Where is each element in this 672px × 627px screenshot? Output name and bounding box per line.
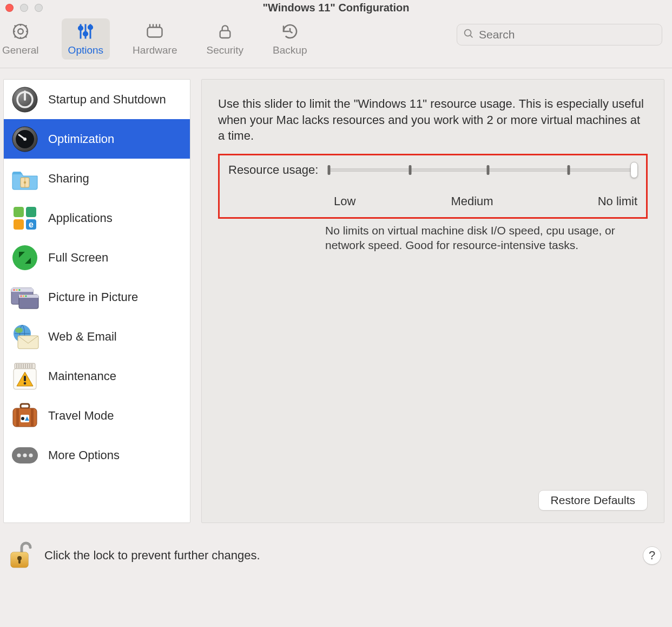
content-area: Startup and Shutdown Optimization	[0, 68, 672, 523]
svg-point-61	[21, 417, 24, 420]
web-email-icon	[10, 322, 39, 351]
svg-point-55	[24, 382, 27, 384]
more-icon	[10, 441, 39, 470]
svg-rect-69	[18, 559, 21, 564]
sidebar-item-optimization[interactable]: Optimization	[4, 119, 190, 159]
svg-point-35	[18, 289, 20, 290]
svg-rect-13	[220, 31, 230, 38]
apps-icon: e	[10, 204, 39, 233]
sidebar-item-travel-mode[interactable]: Travel Mode	[4, 396, 190, 435]
sidebar-item-label: More Options	[48, 448, 120, 462]
svg-rect-58	[16, 408, 19, 427]
close-window-button[interactable]	[5, 4, 14, 12]
svg-rect-25	[14, 207, 24, 217]
tab-label: Options	[68, 44, 103, 56]
slider-tick-labels: Low Medium No limit	[228, 194, 637, 208]
svg-point-63	[17, 453, 21, 457]
svg-line-15	[470, 35, 472, 37]
time-machine-icon	[278, 21, 302, 42]
sidebar-item-full-screen[interactable]: Full Screen	[4, 238, 190, 277]
sidebar-item-picture-in-picture[interactable]: Picture in Picture	[4, 277, 190, 317]
power-icon	[10, 85, 39, 114]
sidebar-item-label: Full Screen	[48, 251, 108, 265]
sidebar-item-label: Web & Email	[48, 330, 117, 344]
sidebar-item-applications[interactable]: e Applications	[4, 198, 190, 238]
sidebar-item-more-options[interactable]: More Options	[4, 435, 190, 475]
sidebar-item-sharing[interactable]: Sharing	[4, 159, 190, 198]
svg-rect-27	[14, 219, 24, 230]
search-box[interactable]	[457, 24, 662, 45]
unlock-icon[interactable]	[8, 539, 35, 572]
fullscreen-icon	[10, 243, 39, 272]
lock-icon	[213, 21, 237, 42]
sidebar-item-maintenance[interactable]: Maintenance	[4, 356, 190, 396]
sidebar-item-label: Startup and Shutdown	[48, 93, 166, 107]
sidebar-item-label: Travel Mode	[48, 409, 114, 423]
highlighted-region: Resource usage: Low Medium No limit	[218, 154, 648, 219]
svg-point-7	[89, 25, 93, 29]
svg-point-0	[18, 29, 23, 34]
svg-point-38	[21, 295, 22, 297]
svg-point-64	[23, 453, 27, 457]
sidebar-item-label: Applications	[48, 211, 113, 225]
tab-security[interactable]: Security	[200, 18, 250, 60]
svg-rect-8	[148, 28, 162, 37]
toolbar: General Options Hardware	[0, 15, 672, 68]
slider-description: No limits on virtual machine disk I/O sp…	[218, 223, 648, 253]
tab-hardware[interactable]: Hardware	[126, 18, 183, 60]
tab-backup[interactable]: Backup	[266, 18, 313, 60]
sidebar-item-label: Picture in Picture	[48, 290, 138, 304]
svg-text:e: e	[29, 220, 34, 229]
svg-point-24	[24, 181, 26, 183]
svg-rect-59	[31, 408, 34, 427]
window-title: "Windows 11" Configuration	[0, 2, 672, 14]
tab-label: Backup	[273, 44, 307, 56]
svg-point-33	[13, 289, 15, 290]
svg-point-42	[15, 328, 23, 333]
tab-options[interactable]: Options	[62, 18, 110, 60]
gear-icon	[9, 21, 32, 42]
svg-rect-56	[21, 404, 29, 408]
svg-point-65	[29, 453, 32, 457]
window-controls	[5, 4, 43, 12]
tab-label: General	[2, 44, 39, 56]
svg-point-1	[14, 24, 28, 38]
sidebar-item-label: Maintenance	[48, 369, 116, 383]
tab-general[interactable]: General	[0, 18, 45, 60]
svg-point-39	[23, 295, 24, 297]
sidebar-item-startup-shutdown[interactable]: Startup and Shutdown	[4, 80, 190, 119]
resource-usage-label: Resource usage:	[228, 163, 318, 177]
svg-point-3	[79, 26, 83, 30]
svg-point-14	[465, 30, 471, 36]
zoom-window-button[interactable]	[35, 4, 43, 12]
minimize-window-button[interactable]	[20, 4, 28, 12]
tab-label: Hardware	[133, 44, 177, 56]
folder-sharing-icon	[10, 164, 39, 193]
sidebar-item-web-email[interactable]: Web & Email	[4, 317, 190, 356]
svg-point-21	[23, 138, 27, 141]
sidebar-item-label: Sharing	[48, 172, 89, 186]
cpu-icon	[143, 21, 167, 42]
sliders-icon	[74, 21, 97, 42]
lock-row: Click the lock to prevent further change…	[0, 523, 672, 572]
resource-usage-slider[interactable]	[326, 161, 637, 179]
gauge-icon	[10, 125, 39, 154]
suitcase-icon	[10, 401, 39, 430]
restore-defaults-button[interactable]: Restore Defaults	[538, 490, 648, 511]
help-button[interactable]: ?	[643, 546, 661, 565]
tick-label-medium: Medium	[393, 194, 551, 208]
search-input[interactable]	[479, 28, 656, 41]
tab-label: Security	[206, 44, 243, 56]
svg-point-5	[84, 32, 88, 36]
tick-label-low: Low	[334, 194, 393, 208]
toolbar-tabs: General Options Hardware	[0, 18, 313, 60]
svg-rect-54	[24, 376, 26, 381]
panel-intro-text: Use this slider to limit the "Windows 11…	[218, 96, 648, 144]
tick-label-no-limit: No limit	[551, 194, 637, 208]
help-label: ?	[649, 548, 655, 563]
sidebar: Startup and Shutdown Optimization	[3, 79, 190, 523]
settings-panel: Use this slider to limit the "Windows 11…	[201, 79, 664, 523]
search-icon	[463, 28, 475, 42]
sidebar-item-label: Optimization	[48, 132, 114, 146]
svg-point-34	[16, 289, 17, 290]
